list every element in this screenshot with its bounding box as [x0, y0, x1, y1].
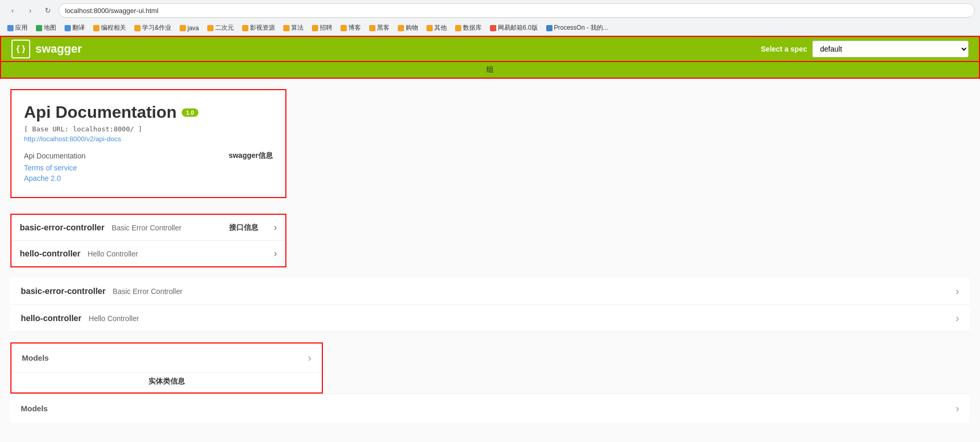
bookmark-jobs[interactable]: 招聘 — [310, 22, 334, 33]
wide-models-chevron-icon: › — [956, 402, 959, 414]
media-icon — [242, 25, 248, 31]
models-row[interactable]: Models › — [11, 343, 322, 373]
coding-icon — [93, 25, 99, 31]
wide-hello-name: hello-controller — [21, 314, 81, 323]
bookmark-hacker[interactable]: 黑客 — [367, 22, 392, 33]
apache-license-link[interactable]: Apache 2.0 — [24, 174, 273, 182]
bookmark-map-label: 地图 — [44, 23, 56, 32]
basic-error-controller-right: 接口信息 › — [229, 222, 277, 233]
forward-button[interactable]: › — [23, 3, 37, 18]
wide-models-row[interactable]: Models › — [10, 394, 970, 423]
basic-error-controller-row[interactable]: basic-error-controller Basic Error Contr… — [11, 215, 285, 241]
address-bar[interactable]: localhost:8000/swagger-ui.html — [58, 3, 975, 18]
bookmark-media[interactable]: 影视资源 — [240, 22, 277, 33]
api-docs-link[interactable]: http://localhost:8000/v2/api-docs — [24, 135, 273, 143]
browser-toolbar: ‹ › ↻ localhost:8000/swagger-ui.html — [0, 0, 980, 21]
bookmarks-bar: 应用 地图 翻译 编程相关 学习&作业 java 二次元 影视资源 — [0, 21, 980, 35]
terms-of-service-link[interactable]: Terms of service — [24, 164, 273, 172]
entity-label-row: 实体类信息 — [11, 373, 322, 392]
wide-models-title: Models — [21, 404, 48, 413]
anime-icon — [207, 25, 213, 31]
wide-basic-error-desc: Basic Error Controller — [113, 287, 183, 296]
bookmark-map[interactable]: 地图 — [34, 22, 58, 33]
wide-hello-chevron-icon: › — [956, 312, 959, 324]
refresh-button[interactable]: ↻ — [41, 3, 55, 18]
controllers-section: basic-error-controller Basic Error Contr… — [10, 214, 286, 267]
wide-hello-row[interactable]: hello-controller Hello Controller › — [10, 305, 970, 332]
bookmark-shop-label: 购物 — [406, 23, 418, 32]
swagger-logo-icon: { } — [11, 40, 30, 58]
jobs-icon — [312, 25, 318, 31]
shop-icon — [398, 25, 404, 31]
api-description-row: Api Documentation swagger信息 — [24, 151, 273, 161]
bookmark-blog[interactable]: 博客 — [338, 22, 363, 33]
group-label-bar: 组 — [0, 62, 980, 79]
wide-hello-info: hello-controller Hello Controller — [21, 314, 139, 323]
bookmark-apps[interactable]: 应用 — [5, 22, 30, 33]
hacker-icon — [369, 25, 375, 31]
spec-selector-label: Select a spec — [761, 45, 807, 53]
java-icon — [180, 25, 186, 31]
api-title: Api Documentation — [24, 103, 177, 122]
hello-controller-info: hello-controller Hello Controller — [20, 249, 138, 259]
bookmark-translate[interactable]: 翻译 — [62, 22, 87, 33]
hello-controller-row[interactable]: hello-controller Hello Controller › — [11, 241, 285, 266]
other-icon — [426, 25, 433, 31]
swagger-info-tag: swagger信息 — [229, 151, 273, 161]
wide-models-area: Models › — [10, 394, 970, 423]
bookmark-processon[interactable]: ProcessOn - 我的... — [544, 22, 610, 33]
back-button[interactable]: ‹ — [5, 3, 20, 18]
wide-basic-error-info: basic-error-controller Basic Error Contr… — [21, 287, 182, 296]
wide-basic-error-name: basic-error-controller — [21, 287, 106, 296]
spec-select-dropdown[interactable]: default — [812, 41, 969, 57]
entity-label: 实体类信息 — [148, 377, 185, 385]
bookmark-apps-label: 应用 — [15, 23, 28, 32]
study-icon — [134, 25, 141, 31]
hello-controller-name: hello-controller — [20, 249, 80, 258]
bookmark-java-label: java — [187, 24, 199, 32]
algo-icon — [283, 25, 290, 31]
netease-icon — [490, 25, 496, 31]
map-icon — [36, 25, 42, 31]
bookmark-jobs-label: 招聘 — [320, 23, 332, 32]
bookmark-shop[interactable]: 购物 — [396, 22, 420, 33]
bookmark-java[interactable]: java — [178, 23, 201, 33]
bookmark-blog-label: 博客 — [348, 23, 361, 32]
wide-basic-error-chevron-icon: › — [956, 285, 959, 297]
db-icon — [455, 25, 461, 31]
bookmark-study-label: 学习&作业 — [142, 23, 171, 32]
basic-error-controller-name: basic-error-controller — [20, 223, 105, 232]
swagger-braces-symbol: { } — [17, 44, 26, 54]
bookmark-netease[interactable]: 网易邮箱6.0版 — [488, 22, 540, 33]
basic-error-controller-info: basic-error-controller Basic Error Contr… — [20, 223, 181, 232]
bookmark-netease-label: 网易邮箱6.0版 — [498, 23, 538, 32]
basic-error-chevron-icon: › — [274, 222, 277, 233]
swagger-logo-text: swagger — [35, 42, 82, 56]
bookmark-algo-label: 算法 — [291, 23, 304, 32]
bookmark-db-label: 数据库 — [463, 23, 482, 32]
apps-icon — [7, 25, 14, 31]
wide-hello-desc: Hello Controller — [89, 314, 139, 323]
bookmark-translate-label: 翻译 — [72, 23, 85, 32]
bookmark-other[interactable]: 其他 — [424, 22, 449, 33]
group-label-text: 组 — [486, 65, 494, 73]
hello-controller-desc: Hello Controller — [87, 250, 137, 258]
bookmark-coding[interactable]: 编程相关 — [91, 22, 128, 33]
address-text: localhost:8000/swagger-ui.html — [65, 7, 158, 15]
swagger-main-content: Api Documentation 1.0 [ Base URL: localh… — [0, 79, 980, 433]
bookmark-anime[interactable]: 二次元 — [205, 22, 236, 33]
swagger-header: { } swagger Select a spec default — [0, 36, 980, 62]
swagger-logo: { } swagger — [11, 40, 82, 58]
bookmark-algo[interactable]: 算法 — [281, 22, 306, 33]
bookmark-study[interactable]: 学习&作业 — [132, 22, 173, 33]
bookmark-media-label: 影视资源 — [250, 23, 275, 32]
interface-label: 接口信息 — [229, 223, 258, 232]
bookmark-hacker-label: 黑客 — [377, 23, 390, 32]
blog-icon — [341, 25, 347, 31]
browser-chrome: ‹ › ↻ localhost:8000/swagger-ui.html 应用 … — [0, 0, 980, 36]
wide-basic-error-row[interactable]: basic-error-controller Basic Error Contr… — [10, 278, 970, 305]
bookmark-db[interactable]: 数据库 — [453, 22, 484, 33]
api-base-url: [ Base URL: localhost:8000/ ] — [24, 125, 273, 133]
api-title-row: Api Documentation 1.0 — [24, 103, 273, 122]
models-section: Models › 实体类信息 — [10, 342, 323, 394]
